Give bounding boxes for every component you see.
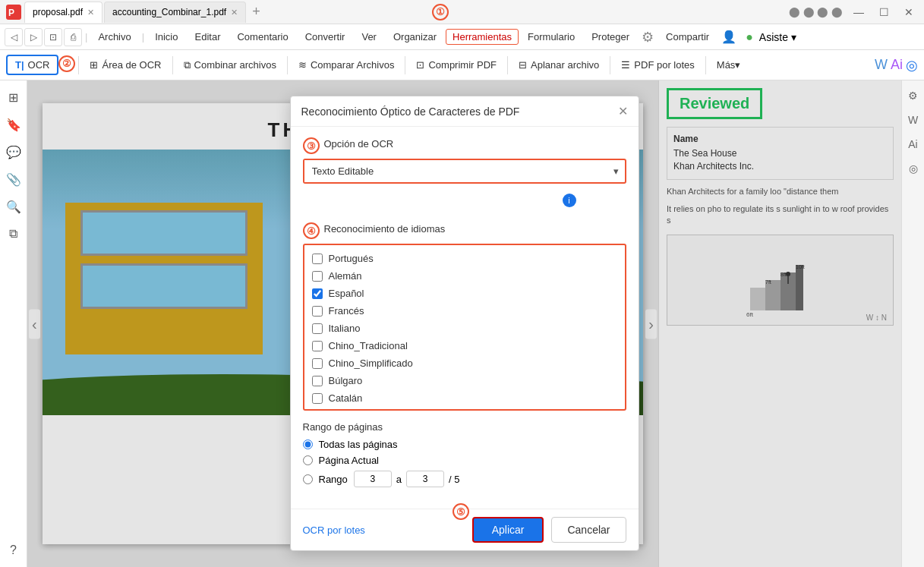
lang-checkbox-catalán[interactable] [312,393,323,404]
comprimir-label: Comprimir PDF [428,59,497,71]
sidebar-layers-icon[interactable]: ⧉ [3,223,24,244]
dialog-body: ③ Opción de OCR Texto Editable ▾ i [291,127,639,509]
tab-accounting-close[interactable]: ✕ [231,8,238,17]
nav-arrows: ◁ ▷ ⊡ ⎙ [5,28,82,46]
close-window-button[interactable]: ✕ [900,5,918,20]
area-ocr-button[interactable]: ⊞ Área de OCR [82,56,169,74]
menu-archivo[interactable]: Archivo [90,28,138,46]
area-ocr-icon: ⊞ [90,59,98,71]
page-range-section: Rango de páginas Todas las páginas Págin… [303,421,626,487]
info-icon[interactable]: i [563,194,576,207]
add-tab-button[interactable]: + [248,4,265,20]
lang-checkbox-croata[interactable] [312,411,323,411]
comprimir-icon: ⊡ [416,59,424,71]
lang-label: Alemán [329,270,362,282]
todas-pages-radio[interactable] [303,439,313,449]
sidebar-comment-icon[interactable]: 💬 [3,141,24,162]
content-area: THE SEA HO ‹ › [27,80,901,567]
lang-label: Portugués [329,253,374,264]
annotation-5: ⑤ [453,503,469,520]
lang-checkbox-búlgaro[interactable] [312,376,323,386]
opcion-label: Opción de OCR [324,138,394,150]
annotation-3: ③ [303,137,320,154]
language-list: PortuguésAlemánEspañolFrancésItalianoChi… [303,244,626,411]
ocr-lots-link[interactable]: OCR por lotes [303,524,365,536]
svg-text:P: P [8,8,14,18]
ocr-button[interactable]: T| OCR [6,55,58,75]
tools-icon[interactable]: ⚙ [639,29,657,46]
forward-button[interactable]: ▷ [24,28,43,46]
dialog-close-button[interactable]: ✕ [618,104,628,118]
back-button[interactable]: ◁ [5,28,23,46]
menu-herramientas[interactable]: Herramientas [446,29,519,45]
range-to-field[interactable] [406,471,444,487]
lang-label: Chino_Tradicional [329,340,408,351]
dialog-footer: OCR por lotes ⑤ Aplicar Cancelar [291,509,639,550]
share-icon[interactable]: 👤 [718,30,740,44]
menu-convertir[interactable]: Convertir [298,28,353,46]
lang-checkbox-español[interactable] [312,288,323,299]
select-arrow-icon: ▾ [607,165,625,177]
ocr-label: OCR [28,59,50,71]
sidebar-home-icon[interactable]: ⊞ [3,87,24,108]
lang-checkbox-italiano[interactable] [312,323,323,334]
aplanar-label: Aplanar archivo [531,59,599,71]
menu-proteger[interactable]: Proteger [584,28,637,46]
lang-checkbox-portugués[interactable] [312,254,323,264]
combinar-button[interactable]: ⧉ Combinar archivos [176,56,284,74]
ai-assist[interactable]: Asiste ▾ [759,31,796,43]
cancel-button[interactable]: Cancelar [551,517,626,543]
aplanar-button[interactable]: ⊟ Aplanar archivo [511,56,607,74]
app-icon: P [6,5,21,20]
toolbar-sep-7 [705,56,706,74]
menu-inicio[interactable]: Inicio [147,28,185,46]
maximize-button[interactable]: ☐ [875,5,894,20]
language-item: Italiano [312,320,617,337]
cloud-icon[interactable]: ◎ [906,57,918,74]
right-icon-3[interactable]: Ai [904,135,922,153]
combinar-label: Combinar archivos [194,59,276,71]
rango-radio[interactable] [303,474,313,484]
sidebar-help-icon[interactable]: ? [3,540,24,561]
language-item: Catalán [312,389,617,407]
lang-checkbox-chino_simplificado[interactable] [312,358,323,369]
tab-proposal-close[interactable]: ✕ [87,8,94,17]
menu-ver[interactable]: Ver [354,28,384,46]
menu-editar[interactable]: Editar [188,28,229,46]
menu-formulario[interactable]: Formulario [520,28,582,46]
right-icon-1[interactable]: ⚙ [904,87,922,105]
save-button[interactable]: ⊡ [44,28,62,46]
right-icon-4[interactable]: ◎ [904,159,922,178]
sidebar-left: ⊞ 🔖 💬 📎 🔍 ⧉ ? [0,80,27,567]
sidebar-bookmark-icon[interactable]: 🔖 [3,114,24,135]
comprimir-button[interactable]: ⊡ Comprimir PDF [408,56,504,74]
comparar-button[interactable]: ≋ Comparar Archivos [291,56,402,74]
print-button[interactable]: ⎙ [64,28,82,46]
menu-compartir[interactable]: Compartir [658,28,717,46]
apply-button[interactable]: Aplicar [472,517,544,543]
ocr-option-select[interactable]: Texto Editable [304,160,607,182]
lang-checkbox-francés[interactable] [312,306,323,317]
menu-organizar[interactable]: Organizar [386,28,444,46]
lang-label: Chino_Simplificado [329,358,413,369]
ai-icon[interactable]: Ai [891,57,903,74]
tab-accounting[interactable]: accounting_Combinar_1.pdf ✕ [104,2,246,23]
word-icon[interactable]: W [875,57,888,74]
range-from-field[interactable] [354,471,392,487]
annotation-4: ④ [303,222,320,239]
minimize-button[interactable]: — [849,5,869,20]
menu-sep-2: | [142,31,144,43]
menu-comentario[interactable]: Comentario [229,28,295,46]
right-icon-2[interactable]: W [904,111,922,129]
mas-button[interactable]: Más▾ [709,56,749,74]
lotes-button[interactable]: ☰ PDF por lotes [613,56,702,74]
pagina-actual-radio[interactable] [303,455,313,465]
lang-checkbox-alemán[interactable] [312,271,323,282]
menu-bar: ◁ ▷ ⊡ ⎙ | Archivo | Inicio Editar Coment… [0,24,924,50]
sidebar-search-icon[interactable]: 🔍 [3,196,24,217]
tab-proposal[interactable]: proposal.pdf ✕ [24,2,102,23]
combinar-icon: ⧉ [184,59,191,71]
connected-icon[interactable]: ● [741,30,758,44]
lang-checkbox-chino_tradicional[interactable] [312,341,323,351]
sidebar-attach-icon[interactable]: 📎 [3,169,24,190]
